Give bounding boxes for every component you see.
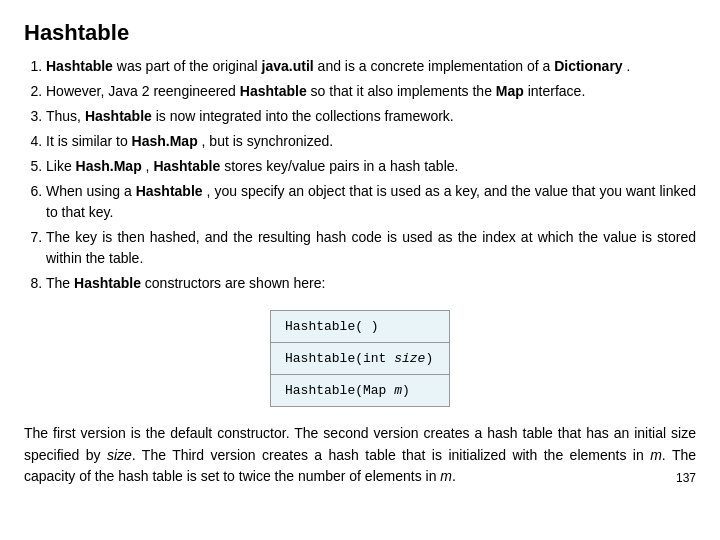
text: Like	[46, 158, 76, 174]
item-text: However, Java 2 reengineered Hashtable s…	[46, 83, 585, 99]
list-item: When using a Hashtable , you specify an …	[46, 181, 696, 223]
item-text: The Hashtable constructors are shown her…	[46, 275, 325, 291]
text: and is a concrete implementation of a	[318, 58, 555, 74]
constructor-row: Hashtable(int size)	[271, 343, 449, 375]
main-list: Hashtable was part of the original java.…	[24, 56, 696, 294]
constructor-text: Hashtable(Map m)	[285, 383, 410, 398]
text: When using a	[46, 183, 136, 199]
text: It is similar to	[46, 133, 132, 149]
bold-text: java.util	[262, 58, 314, 74]
item-text: Hashtable was part of the original java.…	[46, 58, 630, 74]
text: .	[627, 58, 631, 74]
bold-text: Hashtable	[74, 275, 141, 291]
content-area: Hashtable Hashtable was part of the orig…	[24, 20, 696, 488]
text: constructors are shown here:	[145, 275, 326, 291]
constructor-row: Hashtable( )	[271, 311, 449, 343]
text: The	[46, 275, 74, 291]
text: However, Java 2 reengineered	[46, 83, 240, 99]
bold-text: Dictionary	[554, 58, 622, 74]
constructors-box: Hashtable( ) Hashtable(int size) Hashtab…	[270, 310, 450, 407]
text: Thus,	[46, 108, 85, 124]
list-item: Like Hash.Map , Hashtable stores key/val…	[46, 156, 696, 177]
constructor-text: Hashtable( )	[285, 319, 379, 334]
constructor-text: Hashtable(int size)	[285, 351, 433, 366]
list-item: It is similar to Hash.Map , but is synch…	[46, 131, 696, 152]
text: stores key/value pairs in a hash table.	[224, 158, 458, 174]
bold-text: Hashtable	[136, 183, 203, 199]
item-text: It is similar to Hash.Map , but is synch…	[46, 133, 333, 149]
text: so that it also implements the	[311, 83, 496, 99]
page-number: 137	[676, 469, 696, 488]
text: was part of the original	[117, 58, 262, 74]
bold-text: Hashtable	[46, 58, 113, 74]
list-item: Thus, Hashtable is now integrated into t…	[46, 106, 696, 127]
item-text: Like Hash.Map , Hashtable stores key/val…	[46, 158, 458, 174]
list-item: The Hashtable constructors are shown her…	[46, 273, 696, 294]
text: is now integrated into the collections f…	[156, 108, 454, 124]
list-item: The key is then hashed, and the resultin…	[46, 227, 696, 269]
item-text: Thus, Hashtable is now integrated into t…	[46, 108, 454, 124]
bold-text: Hashtable	[240, 83, 307, 99]
text: The key is then hashed, and the resultin…	[46, 229, 696, 266]
text: interface.	[528, 83, 586, 99]
list-item: However, Java 2 reengineered Hashtable s…	[46, 81, 696, 102]
footer-text: The first version is the default constru…	[24, 423, 696, 488]
text: , but is synchronized.	[202, 133, 334, 149]
footer-content: The first version is the default constru…	[24, 425, 696, 484]
page-title: Hashtable	[24, 20, 696, 46]
bold-text: Hashtable	[85, 108, 152, 124]
item-text: When using a Hashtable , you specify an …	[46, 183, 696, 220]
bold-text: Hashtable	[153, 158, 220, 174]
constructor-row: Hashtable(Map m)	[271, 375, 449, 406]
list-item: Hashtable was part of the original java.…	[46, 56, 696, 77]
item-text: The key is then hashed, and the resultin…	[46, 229, 696, 266]
bold-text: Map	[496, 83, 524, 99]
bold-text: Hash.Map	[132, 133, 198, 149]
bold-text: Hash.Map	[76, 158, 142, 174]
